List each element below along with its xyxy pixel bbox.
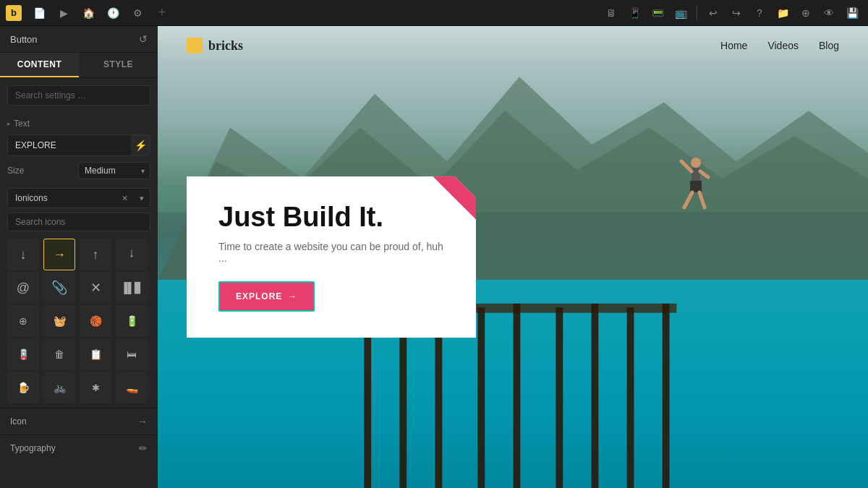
icon-arrow-forward[interactable]: → — [43, 239, 75, 270]
icon-picker-header: Ionicons ✕ ▾ — [7, 188, 150, 208]
bolt-icon[interactable]: ⚡ — [131, 135, 150, 155]
size-label: Size — [7, 166, 72, 176]
svg-line-18 — [684, 192, 692, 207]
icon-attach[interactable]: 📎 — [43, 272, 75, 304]
svg-rect-9 — [556, 307, 563, 488]
svg-rect-7 — [477, 307, 485, 488]
nav-home[interactable]: Home — [720, 40, 747, 51]
icon-arrow-up[interactable]: ↑ — [80, 239, 111, 270]
svg-line-17 — [700, 171, 708, 177]
icon-section-label: Icon — [10, 416, 27, 427]
typography-icon: ✏ — [139, 442, 148, 454]
tablet-landscape-icon[interactable]: 📺 — [671, 3, 691, 23]
hero-card: Just Build It. Time to create a website … — [187, 176, 476, 338]
svg-rect-11 — [626, 307, 634, 488]
icon-grid: ↓ → ↑ ↑ @ 📎 ✕ ▐▌▊ ⊕ 🧺 🏀 🔋 🪫 🗑 📋 🛏 🍺 🚲 ✱ … — [7, 239, 150, 403]
icon-section-arrow: → — [137, 416, 148, 427]
panel-header: Button ↺ — [0, 26, 158, 53]
canvas-background: bricks Home Videos Blog Just Build It. T… — [158, 26, 868, 488]
separator — [697, 6, 697, 20]
icon-arrow-up-alt[interactable]: ↑ — [116, 239, 148, 270]
mobile-view-icon[interactable]: 📱 — [624, 3, 644, 23]
icon-picker: Ionicons ✕ ▾ — [7, 188, 150, 231]
canvas-area: bricks Home Videos Blog Just Build It. T… — [158, 26, 868, 488]
add-icon[interactable]: + — [152, 3, 172, 23]
text-input[interactable] — [8, 136, 131, 155]
nav-videos[interactable]: Videos — [767, 40, 799, 51]
site-nav: bricks Home Videos Blog — [158, 26, 868, 65]
person-svg — [668, 155, 712, 242]
settings-icon[interactable]: ⚙ — [127, 3, 148, 23]
desktop-view-icon[interactable]: 🖥 — [601, 3, 621, 23]
icon-picker-chevron[interactable]: ▾ — [134, 189, 150, 207]
hero-subtitle: Time to create a website you can be prou… — [218, 241, 444, 264]
svg-point-13 — [691, 158, 701, 168]
hero-btn-label: EXPLORE — [236, 291, 282, 301]
icon-at[interactable]: @ — [7, 272, 39, 304]
tablet-view-icon[interactable]: 📟 — [647, 3, 668, 23]
site-logo-icon — [187, 38, 203, 53]
text-field-row: ⚡ — [7, 134, 150, 156]
site-logo: bricks — [187, 38, 243, 53]
typography-label: Typography — [10, 443, 56, 453]
icon-battery-low[interactable]: 🪫 — [7, 338, 39, 370]
left-panel: Button ↺ CONTENT STYLE Search settings …… — [0, 26, 158, 488]
panel-title: Button — [10, 34, 38, 45]
icon-trash[interactable]: 🗑 — [43, 338, 75, 370]
nav-blog[interactable]: Blog — [819, 40, 839, 51]
icon-search-input[interactable] — [7, 213, 150, 231]
play-icon[interactable]: ▶ — [54, 3, 74, 23]
icon-beer[interactable]: 🍺 — [7, 372, 39, 403]
icon-arrow-down[interactable]: ↓ — [7, 239, 39, 270]
svg-line-19 — [699, 192, 705, 207]
icon-basketball[interactable]: 🏀 — [80, 305, 111, 337]
tab-content[interactable]: CONTENT — [0, 53, 79, 77]
hero-title: Just Build It. — [218, 202, 444, 233]
icon-library-label: Ionicons — [8, 189, 116, 207]
file-icon[interactable]: 📄 — [29, 3, 49, 23]
folder-icon[interactable]: 📁 — [773, 3, 793, 23]
icon-bicycle[interactable]: 🚲 — [43, 372, 75, 403]
icon-clipboard[interactable]: 📋 — [80, 338, 111, 370]
top-bar: b 📄 ▶ 🏠 🕐 ⚙ + 🖥 📱 📟 📺 ↩ ↪ ? 📁 ⊕ 👁 💾 — [0, 0, 868, 26]
text-section-label: Text — [0, 113, 158, 132]
preview-icon[interactable]: 👁 — [819, 3, 839, 23]
save-icon[interactable]: 💾 — [842, 3, 862, 23]
size-row: Size Small Medium Large — [0, 159, 158, 182]
icon-bluetooth[interactable]: ✱ — [80, 372, 111, 403]
icon-basket[interactable]: 🧺 — [43, 305, 75, 337]
site-logo-text: bricks — [208, 38, 243, 53]
help-icon[interactable]: ? — [749, 3, 770, 23]
icon-aperture[interactable]: ⊕ — [7, 305, 39, 337]
size-select[interactable]: Small Medium Large — [78, 162, 150, 179]
home-icon[interactable]: 🏠 — [78, 3, 98, 23]
hero-btn-icon: → — [288, 291, 297, 301]
size-select-wrap: Small Medium Large — [78, 162, 150, 179]
main-layout: Button ↺ CONTENT STYLE Search settings …… — [0, 26, 868, 488]
icon-battery[interactable]: 🔋 — [116, 305, 148, 337]
tab-style[interactable]: STYLE — [79, 53, 158, 77]
svg-line-16 — [681, 161, 692, 171]
jumping-person — [668, 155, 712, 242]
top-bar-right: 🖥 📱 📟 📺 ↩ ↪ ? 📁 ⊕ 👁 💾 — [601, 3, 862, 23]
icon-bar-chart[interactable]: ▐▌▊ — [116, 272, 148, 304]
site-nav-links: Home Videos Blog — [720, 40, 839, 51]
panel-tabs: CONTENT STYLE — [0, 53, 158, 78]
icon-bed[interactable]: 🛏 — [116, 338, 148, 370]
svg-rect-10 — [591, 303, 598, 488]
icon-close[interactable]: ✕ — [80, 272, 111, 304]
icon-picker-clear[interactable]: ✕ — [116, 189, 134, 207]
app-logo: b — [6, 5, 22, 21]
refresh-icon[interactable]: ↺ — [139, 33, 148, 45]
icon-boat[interactable]: 🚤 — [116, 372, 148, 403]
hero-button[interactable]: EXPLORE → — [218, 281, 315, 312]
svg-rect-12 — [662, 303, 669, 488]
search-settings-input[interactable]: Search settings … — [7, 85, 150, 106]
redo-icon[interactable]: ↪ — [726, 3, 746, 23]
history-icon[interactable]: 🕐 — [103, 3, 123, 23]
wp-icon[interactable]: ⊕ — [796, 3, 816, 23]
typography-section[interactable]: Typography ✏ — [0, 435, 158, 461]
svg-rect-8 — [513, 303, 520, 488]
undo-icon[interactable]: ↩ — [703, 3, 723, 23]
icon-section[interactable]: Icon → — [0, 408, 158, 435]
